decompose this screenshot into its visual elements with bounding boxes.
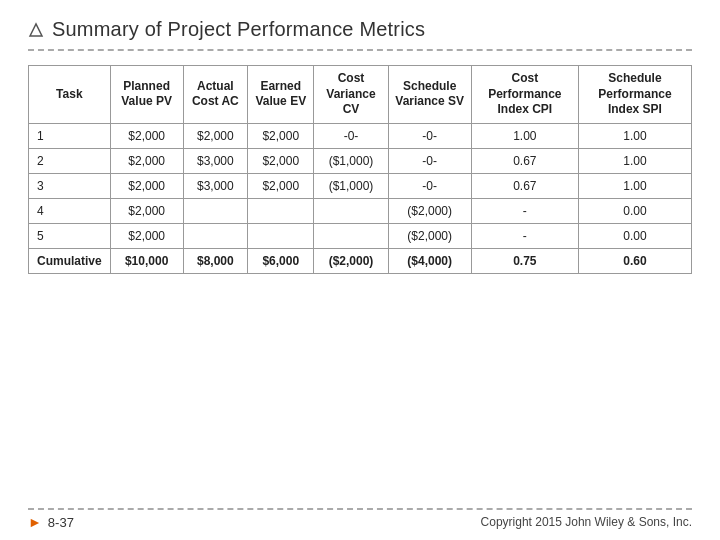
table-row: 5$2,000($2,000)-0.00	[29, 223, 692, 248]
col-header-pv: Planned Value PV	[110, 66, 183, 124]
table-cell-r3-c4	[314, 198, 388, 223]
table-cell-r5-c0: Cumulative	[29, 248, 111, 273]
table-cell-r0-c6: 1.00	[471, 123, 578, 148]
table-cell-r4-c4	[314, 223, 388, 248]
table-cell-r1-c6: 0.67	[471, 148, 578, 173]
table-cell-r3-c3	[248, 198, 314, 223]
page-title: Summary of Project Performance Metrics	[52, 18, 425, 41]
table-cell-r1-c4: ($1,000)	[314, 148, 388, 173]
table-cell-r5-c4: ($2,000)	[314, 248, 388, 273]
table-cell-r0-c5: -0-	[388, 123, 471, 148]
table-cell-r2-c4: ($1,000)	[314, 173, 388, 198]
title-area: Summary of Project Performance Metrics	[28, 18, 692, 51]
table-cell-r1-c2: $3,000	[183, 148, 248, 173]
table-row: 1$2,000$2,000$2,000-0--0-1.001.00	[29, 123, 692, 148]
table-cell-r1-c5: -0-	[388, 148, 471, 173]
table-cell-r2-c1: $2,000	[110, 173, 183, 198]
table-cell-r2-c0: 3	[29, 173, 111, 198]
table-cell-r5-c2: $8,000	[183, 248, 248, 273]
col-header-ev: Earned Value EV	[248, 66, 314, 124]
title-icon	[28, 22, 44, 38]
table-cell-r4-c1: $2,000	[110, 223, 183, 248]
table-row: 2$2,000$3,000$2,000($1,000)-0-0.671.00	[29, 148, 692, 173]
table-cell-r0-c1: $2,000	[110, 123, 183, 148]
page-container: Summary of Project Performance Metrics T…	[0, 0, 720, 540]
table-cell-r2-c3: $2,000	[248, 173, 314, 198]
col-header-spi: Schedule Performance Index SPI	[578, 66, 691, 124]
table-cell-r4-c2	[183, 223, 248, 248]
table-header-row: Task Planned Value PV Actual Cost AC Ear…	[29, 66, 692, 124]
table-row: 3$2,000$3,000$2,000($1,000)-0-0.671.00	[29, 173, 692, 198]
table-cell-r3-c1: $2,000	[110, 198, 183, 223]
table-cell-r4-c6: -	[471, 223, 578, 248]
table-cell-r3-c6: -	[471, 198, 578, 223]
table-cell-r2-c6: 0.67	[471, 173, 578, 198]
table-cell-r1-c3: $2,000	[248, 148, 314, 173]
col-header-cpi: Cost Performance Index CPI	[471, 66, 578, 124]
table-cell-r5-c5: ($4,000)	[388, 248, 471, 273]
table-cell-r4-c0: 5	[29, 223, 111, 248]
table-row: Cumulative$10,000$8,000$6,000($2,000)($4…	[29, 248, 692, 273]
table-cell-r0-c3: $2,000	[248, 123, 314, 148]
footer-copyright: Copyright 2015 John Wiley & Sons, Inc.	[481, 515, 692, 529]
table-cell-r4-c3	[248, 223, 314, 248]
table-cell-r0-c4: -0-	[314, 123, 388, 148]
footer-arrow-icon: ►	[28, 514, 42, 530]
table-cell-r2-c7: 1.00	[578, 173, 691, 198]
table-cell-r0-c0: 1	[29, 123, 111, 148]
col-header-task: Task	[29, 66, 111, 124]
table-cell-r5-c7: 0.60	[578, 248, 691, 273]
table-cell-r2-c2: $3,000	[183, 173, 248, 198]
table-cell-r5-c6: 0.75	[471, 248, 578, 273]
footer-page: 8-37	[48, 515, 74, 530]
table-cell-r0-c2: $2,000	[183, 123, 248, 148]
metrics-table: Task Planned Value PV Actual Cost AC Ear…	[28, 65, 692, 274]
table-cell-r1-c7: 1.00	[578, 148, 691, 173]
table-cell-r2-c5: -0-	[388, 173, 471, 198]
footer: ► 8-37 Copyright 2015 John Wiley & Sons,…	[28, 508, 692, 530]
table-cell-r5-c3: $6,000	[248, 248, 314, 273]
table-cell-r1-c1: $2,000	[110, 148, 183, 173]
table-cell-r0-c7: 1.00	[578, 123, 691, 148]
col-header-ac: Actual Cost AC	[183, 66, 248, 124]
svg-marker-0	[30, 24, 42, 36]
table-cell-r3-c5: ($2,000)	[388, 198, 471, 223]
col-header-cv: Cost Variance CV	[314, 66, 388, 124]
table-cell-r5-c1: $10,000	[110, 248, 183, 273]
table-cell-r1-c0: 2	[29, 148, 111, 173]
table-wrapper: Task Planned Value PV Actual Cost AC Ear…	[28, 65, 692, 500]
table-cell-r3-c2	[183, 198, 248, 223]
table-cell-r3-c0: 4	[29, 198, 111, 223]
col-header-sv: Schedule Variance SV	[388, 66, 471, 124]
footer-left: ► 8-37	[28, 514, 74, 530]
table-row: 4$2,000($2,000)-0.00	[29, 198, 692, 223]
table-cell-r3-c7: 0.00	[578, 198, 691, 223]
table-cell-r4-c5: ($2,000)	[388, 223, 471, 248]
table-cell-r4-c7: 0.00	[578, 223, 691, 248]
